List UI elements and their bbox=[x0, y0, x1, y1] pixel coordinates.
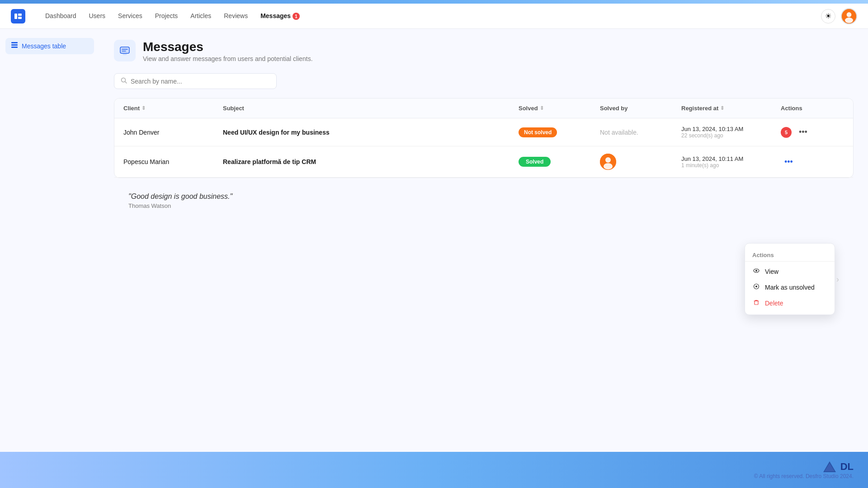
svg-rect-7 bbox=[11, 44, 18, 46]
table-row: John Denver Need UI/UX design for my bus… bbox=[114, 118, 853, 146]
nav-users[interactable]: Users bbox=[84, 9, 111, 22]
search-input[interactable] bbox=[131, 78, 270, 85]
bottom-bar: DL © All rights reserved. Desfro Studio … bbox=[0, 452, 868, 488]
svg-point-13 bbox=[605, 157, 611, 163]
navbar-right: ☀ bbox=[821, 8, 857, 24]
navbar: Dashboard Users Services Projects Articl… bbox=[0, 4, 868, 29]
user-avatar[interactable] bbox=[841, 8, 857, 24]
trash-icon bbox=[752, 299, 760, 307]
solved-status: Solved bbox=[519, 157, 600, 167]
nav-dashboard[interactable]: Dashboard bbox=[40, 9, 82, 22]
sidebar: Messages table bbox=[0, 29, 99, 452]
registered-at: Jun 13, 2024, 10:11 AM 1 minute(s) ago bbox=[681, 155, 781, 169]
nav-services[interactable]: Services bbox=[113, 9, 148, 22]
dropdown-item-view[interactable]: View bbox=[745, 263, 835, 279]
svg-rect-6 bbox=[11, 42, 18, 43]
svg-point-14 bbox=[604, 163, 613, 169]
bottom-logo: DL bbox=[822, 460, 854, 473]
logo[interactable] bbox=[11, 9, 25, 23]
notification-badge: 5 bbox=[781, 127, 792, 138]
registered-at: Jun 13, 2024, 10:13 AM 22 second(s) ago bbox=[681, 126, 781, 139]
dropdown-item-mark-unsolved[interactable]: Mark as unsolved bbox=[745, 279, 835, 295]
page-title: Messages bbox=[143, 40, 313, 54]
top-gradient-bar bbox=[0, 0, 868, 4]
col-subject: Subject bbox=[223, 105, 519, 112]
search-bar bbox=[114, 73, 277, 89]
col-actions: Actions bbox=[781, 105, 844, 112]
quote-text: "Good design is good business." bbox=[128, 192, 839, 201]
solved-badge: Solved bbox=[519, 157, 551, 167]
svg-point-5 bbox=[845, 17, 853, 23]
dropdown-arrow: › bbox=[836, 274, 839, 284]
sort-icon-client[interactable]: ⇕ bbox=[142, 105, 146, 111]
footer-quote-area: "Good design is good business." Thomas W… bbox=[114, 178, 854, 216]
svg-rect-9 bbox=[120, 47, 129, 53]
nav-reviews[interactable]: Reviews bbox=[218, 9, 253, 22]
main-wrapper: Messages table Messages View and answer … bbox=[0, 29, 868, 452]
table-header: Client ⇕ Subject Solved ⇕ Solved by Regi… bbox=[114, 99, 853, 118]
svg-marker-21 bbox=[825, 463, 835, 471]
solved-status: Not solved bbox=[519, 127, 600, 137]
page-header: Messages View and answer messages from u… bbox=[114, 40, 854, 62]
content-area: Messages View and answer messages from u… bbox=[99, 29, 868, 452]
dropdown-title: Actions bbox=[745, 247, 835, 262]
sidebar-item-label: Messages table bbox=[22, 42, 66, 50]
nav-projects[interactable]: Projects bbox=[150, 9, 184, 22]
theme-toggle-button[interactable]: ☀ bbox=[821, 9, 835, 23]
logo-icon bbox=[11, 9, 25, 23]
page-icon bbox=[114, 40, 136, 61]
eye-icon bbox=[752, 267, 760, 275]
col-registered-at: Registered at ⇕ bbox=[681, 105, 781, 112]
client-name: John Denver bbox=[123, 129, 223, 136]
svg-rect-1 bbox=[18, 14, 22, 16]
sidebar-item-messages-table[interactable]: Messages table bbox=[5, 38, 94, 54]
dropdown-item-delete[interactable]: Delete bbox=[745, 295, 835, 311]
message-subject: Need UI/UX design for my business bbox=[223, 129, 519, 136]
page-title-block: Messages View and answer messages from u… bbox=[143, 40, 313, 62]
svg-rect-0 bbox=[14, 14, 17, 19]
svg-point-18 bbox=[755, 286, 757, 287]
col-solved: Solved ⇕ bbox=[519, 105, 600, 112]
search-icon bbox=[121, 77, 127, 85]
svg-point-4 bbox=[847, 12, 852, 17]
bottom-logo-text: DL bbox=[840, 461, 854, 473]
svg-rect-8 bbox=[11, 47, 18, 48]
copyright-text: © All rights reserved. Desfro Studio 202… bbox=[754, 473, 854, 479]
messages-table: Client ⇕ Subject Solved ⇕ Solved by Regi… bbox=[114, 98, 854, 178]
table-row: Popescu Marian Realizare platformă de ti… bbox=[114, 146, 853, 178]
row-actions: ••• bbox=[781, 155, 844, 169]
table-icon bbox=[11, 42, 18, 51]
row-actions: 5 ••• bbox=[781, 126, 844, 139]
circle-slash-icon bbox=[752, 283, 760, 291]
solver-avatar bbox=[600, 154, 616, 170]
sun-icon: ☀ bbox=[825, 12, 831, 20]
solved-by: Not available. bbox=[600, 129, 681, 136]
client-name: Popescu Marian bbox=[123, 158, 223, 165]
page-subtitle: View and answer messages from users and … bbox=[143, 55, 313, 62]
actions-menu-button[interactable]: ••• bbox=[795, 126, 811, 139]
sort-icon-solved[interactable]: ⇕ bbox=[540, 105, 544, 111]
quote-author: Thomas Watson bbox=[128, 202, 839, 209]
nav-links: Dashboard Users Services Projects Articl… bbox=[40, 9, 821, 23]
svg-rect-2 bbox=[18, 17, 22, 19]
col-client: Client ⇕ bbox=[123, 105, 223, 112]
messages-badge: 1 bbox=[292, 13, 300, 20]
not-solved-badge: Not solved bbox=[519, 127, 557, 137]
solved-by-avatar bbox=[600, 154, 681, 170]
actions-dropdown: Actions View bbox=[745, 243, 835, 315]
sort-icon-registered[interactable]: ⇕ bbox=[720, 105, 724, 111]
message-subject: Realizare platformă de tip CRM bbox=[223, 158, 519, 165]
col-solved-by: Solved by bbox=[600, 105, 681, 112]
svg-point-16 bbox=[755, 270, 757, 272]
bottom-logo-icon bbox=[822, 460, 837, 473]
nav-messages[interactable]: Messages1 bbox=[255, 9, 305, 23]
svg-rect-19 bbox=[755, 301, 758, 305]
nav-articles[interactable]: Articles bbox=[185, 9, 217, 22]
actions-menu-button-active[interactable]: ••• bbox=[781, 155, 797, 169]
